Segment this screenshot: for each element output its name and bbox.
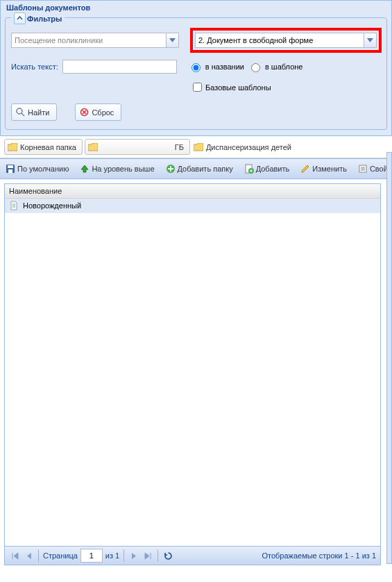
collapse-button[interactable]	[14, 13, 26, 24]
filters-fieldset: Фильтры Искать текст:	[5, 17, 387, 130]
add-label: Добавить	[256, 165, 290, 173]
find-button-label: Найти	[28, 108, 49, 117]
search-icon	[16, 108, 25, 117]
crumb-root-label: Корневая папка	[20, 143, 76, 151]
radio-in-name[interactable]	[191, 63, 201, 72]
doc-combo-trigger[interactable]	[364, 33, 376, 47]
svg-rect-7	[8, 169, 12, 173]
separator	[157, 549, 158, 562]
add-folder-button[interactable]: Добавить папку	[163, 162, 236, 176]
base-templates-checkbox[interactable]	[193, 83, 202, 92]
paging-toolbar: Страница из 1 Отображаемые строки 1 - 1 …	[5, 546, 380, 565]
radio-in-template-label: в шаблоне	[265, 63, 303, 71]
last-page-button[interactable]	[142, 550, 153, 561]
reset-icon	[80, 108, 89, 117]
grid-header-name[interactable]: Наименование	[5, 184, 380, 199]
filters-legend-label: Фильтры	[27, 15, 62, 23]
crumb-disp[interactable]: Диспансеризация детей	[192, 140, 297, 154]
add-icon	[244, 164, 254, 174]
breadcrumb: Корневая папка ГБ Диспансеризация детей	[0, 136, 392, 158]
grid-row[interactable]: Новорожденный	[5, 199, 380, 213]
grid: Наименование Новорожденный Страница из 1…	[4, 183, 381, 565]
list-icon	[358, 164, 368, 174]
visit-combo-trigger[interactable]	[166, 33, 178, 47]
add-button[interactable]: Добавить	[241, 162, 293, 176]
reset-button-label: Сброс	[92, 108, 114, 117]
search-label: Искать текст:	[11, 63, 58, 71]
up-label: На уровень выше	[92, 165, 154, 173]
of-label: из 1	[105, 551, 119, 560]
add-folder-label: Добавить папку	[178, 165, 233, 173]
page-input[interactable]	[80, 549, 103, 563]
toolbar: По умолчанию На уровень выше Добавить па…	[0, 158, 392, 179]
base-templates-label: Базовые шаблоны	[205, 83, 271, 92]
svg-rect-6	[8, 165, 13, 168]
side-panel-collapsed[interactable]	[386, 152, 392, 564]
default-label: По умолчанию	[17, 165, 69, 173]
radio-in-name-label: в названии	[205, 63, 244, 71]
plus-icon	[166, 164, 176, 174]
radio-in-template[interactable]	[251, 63, 260, 72]
svg-line-1	[22, 113, 24, 116]
visit-combo-input[interactable]	[12, 34, 166, 47]
edit-label: Изменить	[312, 165, 347, 173]
main-panel: Шаблоны документов Фильтры	[0, 0, 392, 136]
crumb-gb[interactable]: ГБ	[85, 139, 190, 155]
first-page-button[interactable]	[9, 550, 20, 561]
save-icon	[6, 164, 15, 174]
edit-button[interactable]: Изменить	[298, 162, 350, 176]
visit-combo[interactable]	[11, 33, 179, 48]
crumb-root[interactable]: Корневая папка	[4, 139, 83, 155]
crumb-disp-label: Диспансеризация детей	[206, 143, 291, 151]
default-button[interactable]: По умолчанию	[3, 162, 71, 176]
find-button[interactable]: Найти	[11, 103, 57, 121]
search-input[interactable]	[62, 60, 177, 74]
filters-legend: Фильтры	[11, 13, 65, 24]
display-info: Отображаемые строки 1 - 1 из 1	[262, 551, 376, 560]
highlight-box	[190, 28, 382, 53]
grid-body: Новорожденный	[5, 199, 380, 546]
separator	[38, 549, 39, 562]
refresh-button[interactable]	[162, 550, 173, 561]
page-label: Страница	[43, 551, 78, 560]
doc-combo[interactable]	[195, 33, 377, 48]
folder-icon	[88, 143, 98, 151]
crumb-gb-label: ГБ	[175, 143, 184, 151]
separator	[123, 549, 124, 562]
folder-icon	[8, 143, 17, 151]
prev-page-button[interactable]	[23, 550, 34, 561]
reset-button[interactable]: Сброс	[75, 103, 121, 121]
pencil-icon	[300, 164, 310, 174]
grid-cell-name: Новорожденный	[23, 201, 81, 210]
folder-icon	[194, 143, 203, 151]
svg-point-0	[17, 108, 22, 114]
up-button[interactable]: На уровень выше	[77, 162, 157, 176]
next-page-button[interactable]	[128, 550, 139, 561]
document-icon	[9, 201, 19, 210]
up-icon	[80, 164, 90, 174]
doc-combo-input[interactable]	[196, 34, 364, 47]
